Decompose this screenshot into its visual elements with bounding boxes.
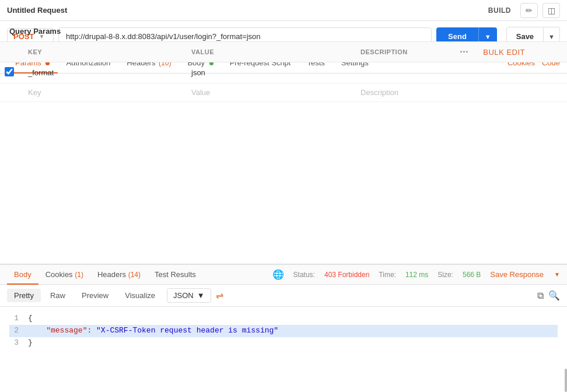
globe-icon: 🌐	[272, 269, 284, 280]
status-value: 403 Forbidden	[324, 271, 369, 279]
resp-tab-test-results[interactable]: Test Results	[148, 265, 203, 284]
query-params-header: Query Params	[0, 21, 567, 42]
more-options-icon[interactable]: ···	[460, 47, 468, 57]
code-open-brace: {	[28, 313, 33, 325]
key-placeholder: Key	[28, 88, 41, 97]
layout-icon-button[interactable]: ◫	[542, 3, 560, 18]
value-placeholder: Value	[191, 88, 210, 97]
response-status-area: 🌐 Status: 403 Forbidden Time: 112 ms Siz…	[272, 269, 560, 280]
resp-tab-body-label: Body	[14, 270, 32, 279]
format-tab-pretty[interactable]: Pretty	[7, 289, 41, 302]
param-desc-cell[interactable]	[354, 62, 453, 83]
code-close-brace: }	[28, 337, 33, 349]
code-line-1: 1 {	[9, 313, 558, 325]
param-extra2-cell	[476, 62, 567, 83]
line-number-3: 3	[9, 337, 19, 349]
code-area: 1 { 2 "message": "X-CSRF-Token request h…	[0, 307, 567, 392]
build-button[interactable]: BUILD	[484, 4, 516, 17]
code-key-message: "message"	[46, 326, 87, 335]
col-desc-header: DESCRIPTION	[354, 42, 453, 62]
empty-extra-cell	[453, 83, 476, 102]
row-checkbox[interactable]	[5, 67, 14, 76]
empty-desc-cell[interactable]: Description	[354, 83, 453, 102]
col-key-header: KEY	[21, 42, 184, 62]
param-key-value: _format	[28, 68, 54, 77]
desc-placeholder: Description	[360, 88, 398, 97]
param-key-cell[interactable]: _format	[21, 62, 184, 83]
copy-button[interactable]: ⧉	[537, 290, 544, 301]
edit-icon-button[interactable]: ✏	[520, 3, 538, 18]
col-checkbox	[0, 42, 21, 62]
line-number-2: 2	[9, 325, 19, 337]
params-table: KEY VALUE DESCRIPTION ··· Bulk Edit _for…	[0, 42, 567, 102]
resp-headers-badge: (14)	[128, 271, 141, 279]
param-extra-cell	[453, 62, 476, 83]
title-bar-actions: BUILD ✏ ◫	[484, 3, 560, 18]
param-value-cell[interactable]: json	[184, 62, 354, 83]
size-value: 566 B	[463, 271, 481, 279]
format-tab-visualize[interactable]: Visualize	[118, 289, 162, 302]
format-select-chevron-icon: ▼	[197, 291, 205, 300]
checkbox-cell[interactable]	[0, 62, 21, 83]
empty-checkbox-cell	[0, 83, 21, 102]
format-tabs: Pretty Raw Preview Visualize	[7, 289, 162, 302]
param-value-value: json	[191, 68, 205, 77]
cookies-badge: (1)	[75, 271, 83, 279]
empty-key-cell[interactable]: Key	[21, 83, 184, 102]
table-empty-row: Key Value Description	[0, 83, 567, 102]
code-line-3: 3 }	[9, 337, 558, 349]
save-response-chevron-icon: ▼	[554, 271, 560, 278]
resp-tab-body[interactable]: Body	[7, 265, 38, 284]
format-tab-raw[interactable]: Raw	[43, 289, 72, 302]
code-value-message: "X-CSRF-Token request header is missing"	[96, 326, 278, 335]
wrap-icon[interactable]: ⇌	[216, 290, 223, 301]
copy-icon: ⧉	[537, 290, 544, 300]
save-response-button[interactable]: Save Response	[490, 270, 544, 279]
layout-icon: ◫	[548, 6, 555, 15]
main-content: Query Params KEY VALUE DESCRIPTION ··· B…	[0, 21, 567, 264]
empty-extra2-cell	[476, 83, 567, 102]
response-tabs: Body Cookies (1) Headers (14) Test Resul…	[0, 265, 567, 285]
resp-tab-test-label: Test Results	[155, 270, 196, 279]
line-number-1: 1	[9, 313, 19, 325]
status-label: Status:	[293, 271, 315, 279]
format-tab-preview[interactable]: Preview	[75, 289, 116, 302]
search-icon: 🔍	[548, 290, 560, 300]
col-more: ···	[453, 42, 476, 62]
col-value-header: VALUE	[184, 42, 354, 62]
bulk-edit-button[interactable]: Bulk Edit	[483, 48, 525, 57]
search-button[interactable]: 🔍	[548, 290, 560, 301]
request-title: Untitled Request	[7, 6, 67, 15]
resp-tab-cookies-label: Cookies	[46, 270, 73, 279]
resp-tab-headers[interactable]: Headers (14)	[90, 265, 148, 284]
response-format-bar: Pretty Raw Preview Visualize JSON ▼ ⇌ ⧉ …	[0, 285, 567, 307]
table-row: _format json	[0, 62, 567, 83]
empty-value-cell[interactable]: Value	[184, 83, 354, 102]
time-label: Time:	[379, 271, 396, 279]
title-bar: Untitled Request BUILD ✏ ◫	[0, 0, 567, 21]
code-message-line: "message": "X-CSRF-Token request header …	[28, 325, 278, 337]
resp-tab-headers-label: Headers	[97, 270, 126, 279]
format-select[interactable]: JSON ▼	[167, 288, 211, 303]
format-select-label: JSON	[173, 291, 194, 300]
response-container: Body Cookies (1) Headers (14) Test Resul…	[0, 264, 567, 392]
edit-icon: ✏	[526, 6, 533, 15]
response-actions: ⧉ 🔍	[537, 290, 560, 301]
time-value: 112 ms	[405, 271, 428, 279]
code-line-2: 2 "message": "X-CSRF-Token request heade…	[9, 325, 558, 337]
size-label: Size:	[438, 271, 453, 279]
col-bulk-edit: Bulk Edit	[476, 42, 567, 62]
resp-tab-cookies[interactable]: Cookies (1)	[38, 265, 90, 284]
scrollbar-thumb[interactable]	[565, 369, 567, 392]
